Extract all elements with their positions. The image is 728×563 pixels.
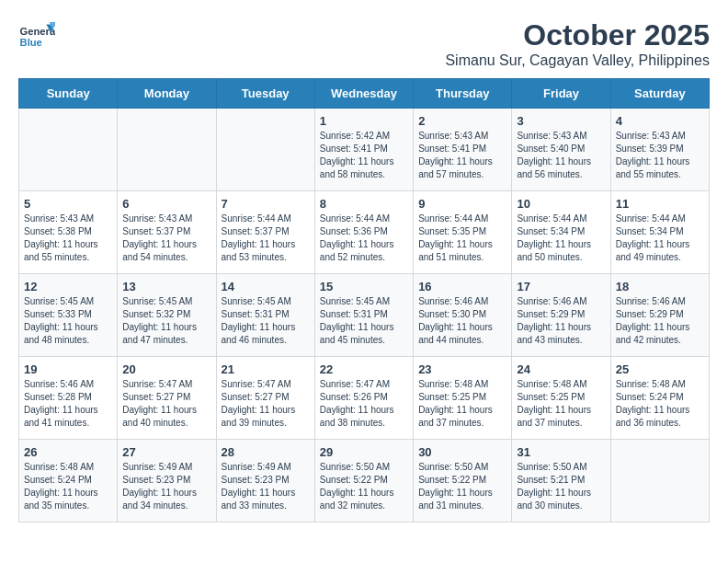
svg-text:Blue: Blue (20, 37, 42, 48)
calendar-cell: 23Sunrise: 5:48 AM Sunset: 5:25 PM Dayli… (414, 357, 512, 440)
calendar-cell: 12Sunrise: 5:45 AM Sunset: 5:33 PM Dayli… (19, 274, 118, 357)
calendar-cell: 29Sunrise: 5:50 AM Sunset: 5:22 PM Dayli… (314, 440, 413, 523)
calendar-cell: 21Sunrise: 5:47 AM Sunset: 5:27 PM Dayli… (216, 357, 314, 440)
day-number: 28 (222, 445, 310, 459)
calendar-cell: 25Sunrise: 5:48 AM Sunset: 5:24 PM Dayli… (610, 357, 709, 440)
calendar-cell: 10Sunrise: 5:44 AM Sunset: 5:34 PM Dayli… (512, 191, 610, 274)
day-number: 13 (122, 280, 210, 293)
calendar-cell (19, 109, 118, 191)
day-info: Sunrise: 5:44 AM Sunset: 5:34 PM Dayligh… (616, 213, 704, 264)
day-number: 2 (418, 114, 506, 128)
day-info: Sunrise: 5:44 AM Sunset: 5:35 PM Dayligh… (418, 213, 506, 264)
calendar-cell: 19Sunrise: 5:46 AM Sunset: 5:28 PM Dayli… (19, 357, 118, 440)
calendar-cell: 8Sunrise: 5:44 AM Sunset: 5:36 PM Daylig… (314, 191, 413, 274)
weekday-header-friday: Friday (512, 79, 610, 109)
location-subtitle: Simanu Sur, Cagayan Valley, Philippines (445, 52, 710, 69)
day-info: Sunrise: 5:43 AM Sunset: 5:39 PM Dayligh… (616, 130, 704, 181)
day-number: 1 (320, 114, 408, 128)
day-info: Sunrise: 5:47 AM Sunset: 5:26 PM Dayligh… (320, 378, 408, 430)
day-number: 27 (122, 445, 210, 459)
day-number: 14 (222, 280, 310, 293)
day-info: Sunrise: 5:43 AM Sunset: 5:38 PM Dayligh… (24, 213, 112, 264)
day-info: Sunrise: 5:47 AM Sunset: 5:27 PM Dayligh… (222, 378, 310, 430)
day-number: 26 (24, 445, 112, 459)
day-number: 19 (24, 362, 112, 376)
calendar-cell: 5Sunrise: 5:43 AM Sunset: 5:38 PM Daylig… (19, 191, 118, 274)
day-info: Sunrise: 5:45 AM Sunset: 5:33 PM Dayligh… (24, 295, 112, 347)
day-number: 30 (418, 445, 506, 459)
calendar-cell: 6Sunrise: 5:43 AM Sunset: 5:37 PM Daylig… (118, 191, 216, 274)
day-number: 29 (320, 445, 408, 459)
month-title: October 2025 (445, 18, 710, 52)
day-info: Sunrise: 5:46 AM Sunset: 5:29 PM Dayligh… (517, 295, 605, 347)
calendar-cell: 31Sunrise: 5:50 AM Sunset: 5:21 PM Dayli… (512, 440, 610, 523)
day-number: 12 (24, 280, 112, 293)
calendar-cell: 4Sunrise: 5:43 AM Sunset: 5:39 PM Daylig… (610, 109, 709, 191)
day-number: 22 (320, 362, 408, 376)
day-number: 11 (616, 197, 704, 211)
calendar-cell (118, 109, 216, 191)
calendar-table: SundayMondayTuesdayWednesdayThursdayFrid… (18, 78, 710, 523)
day-number: 16 (418, 280, 506, 293)
day-info: Sunrise: 5:49 AM Sunset: 5:23 PM Dayligh… (122, 461, 210, 512)
day-number: 17 (517, 280, 605, 293)
day-info: Sunrise: 5:46 AM Sunset: 5:30 PM Dayligh… (418, 295, 506, 347)
day-number: 24 (517, 362, 605, 376)
day-info: Sunrise: 5:44 AM Sunset: 5:36 PM Dayligh… (320, 213, 408, 264)
calendar-cell: 15Sunrise: 5:45 AM Sunset: 5:31 PM Dayli… (314, 274, 413, 357)
calendar-cell: 13Sunrise: 5:45 AM Sunset: 5:32 PM Dayli… (118, 274, 216, 357)
day-info: Sunrise: 5:50 AM Sunset: 5:22 PM Dayligh… (418, 461, 506, 512)
day-number: 20 (122, 362, 210, 376)
day-info: Sunrise: 5:45 AM Sunset: 5:31 PM Dayligh… (320, 295, 408, 347)
day-info: Sunrise: 5:43 AM Sunset: 5:40 PM Dayligh… (517, 130, 605, 181)
weekday-header-saturday: Saturday (610, 79, 709, 109)
calendar-cell: 28Sunrise: 5:49 AM Sunset: 5:23 PM Dayli… (216, 440, 314, 523)
day-info: Sunrise: 5:50 AM Sunset: 5:22 PM Dayligh… (320, 461, 408, 512)
calendar-cell: 24Sunrise: 5:48 AM Sunset: 5:25 PM Dayli… (512, 357, 610, 440)
day-number: 6 (122, 197, 210, 211)
day-info: Sunrise: 5:48 AM Sunset: 5:24 PM Dayligh… (616, 378, 704, 430)
calendar-cell: 18Sunrise: 5:46 AM Sunset: 5:29 PM Dayli… (610, 274, 709, 357)
day-number: 8 (320, 197, 408, 211)
calendar-cell: 20Sunrise: 5:47 AM Sunset: 5:27 PM Dayli… (118, 357, 216, 440)
weekday-header-sunday: Sunday (19, 79, 118, 109)
weekday-header-wednesday: Wednesday (314, 79, 413, 109)
logo: General Blue (18, 18, 59, 55)
calendar-cell: 30Sunrise: 5:50 AM Sunset: 5:22 PM Dayli… (414, 440, 512, 523)
weekday-header-tuesday: Tuesday (216, 79, 314, 109)
calendar-cell: 26Sunrise: 5:48 AM Sunset: 5:24 PM Dayli… (19, 440, 118, 523)
calendar-cell: 17Sunrise: 5:46 AM Sunset: 5:29 PM Dayli… (512, 274, 610, 357)
calendar-cell (216, 109, 314, 191)
day-number: 5 (24, 197, 112, 211)
calendar-cell: 9Sunrise: 5:44 AM Sunset: 5:35 PM Daylig… (414, 191, 512, 274)
day-number: 10 (517, 197, 605, 211)
weekday-header-monday: Monday (118, 79, 216, 109)
day-info: Sunrise: 5:48 AM Sunset: 5:24 PM Dayligh… (24, 461, 112, 512)
calendar-cell: 3Sunrise: 5:43 AM Sunset: 5:40 PM Daylig… (512, 109, 610, 191)
day-number: 3 (517, 114, 605, 128)
day-info: Sunrise: 5:48 AM Sunset: 5:25 PM Dayligh… (517, 378, 605, 430)
day-info: Sunrise: 5:50 AM Sunset: 5:21 PM Dayligh… (517, 461, 605, 512)
calendar-cell: 27Sunrise: 5:49 AM Sunset: 5:23 PM Dayli… (118, 440, 216, 523)
day-number: 7 (222, 197, 310, 211)
day-number: 18 (616, 280, 704, 293)
day-info: Sunrise: 5:42 AM Sunset: 5:41 PM Dayligh… (320, 130, 408, 181)
day-info: Sunrise: 5:47 AM Sunset: 5:27 PM Dayligh… (122, 378, 210, 430)
day-info: Sunrise: 5:45 AM Sunset: 5:32 PM Dayligh… (122, 295, 210, 347)
day-info: Sunrise: 5:46 AM Sunset: 5:28 PM Dayligh… (24, 378, 112, 430)
calendar-cell: 16Sunrise: 5:46 AM Sunset: 5:30 PM Dayli… (414, 274, 512, 357)
day-number: 31 (517, 445, 605, 459)
weekday-header-thursday: Thursday (414, 79, 512, 109)
day-number: 9 (418, 197, 506, 211)
day-number: 25 (616, 362, 704, 376)
day-number: 15 (320, 280, 408, 293)
day-info: Sunrise: 5:43 AM Sunset: 5:41 PM Dayligh… (418, 130, 506, 181)
calendar-cell: 14Sunrise: 5:45 AM Sunset: 5:31 PM Dayli… (216, 274, 314, 357)
day-info: Sunrise: 5:43 AM Sunset: 5:37 PM Dayligh… (122, 213, 210, 264)
day-number: 23 (418, 362, 506, 376)
day-info: Sunrise: 5:44 AM Sunset: 5:34 PM Dayligh… (517, 213, 605, 264)
calendar-cell: 7Sunrise: 5:44 AM Sunset: 5:37 PM Daylig… (216, 191, 314, 274)
calendar-cell (610, 440, 709, 523)
day-info: Sunrise: 5:48 AM Sunset: 5:25 PM Dayligh… (418, 378, 506, 430)
day-info: Sunrise: 5:44 AM Sunset: 5:37 PM Dayligh… (222, 213, 310, 264)
